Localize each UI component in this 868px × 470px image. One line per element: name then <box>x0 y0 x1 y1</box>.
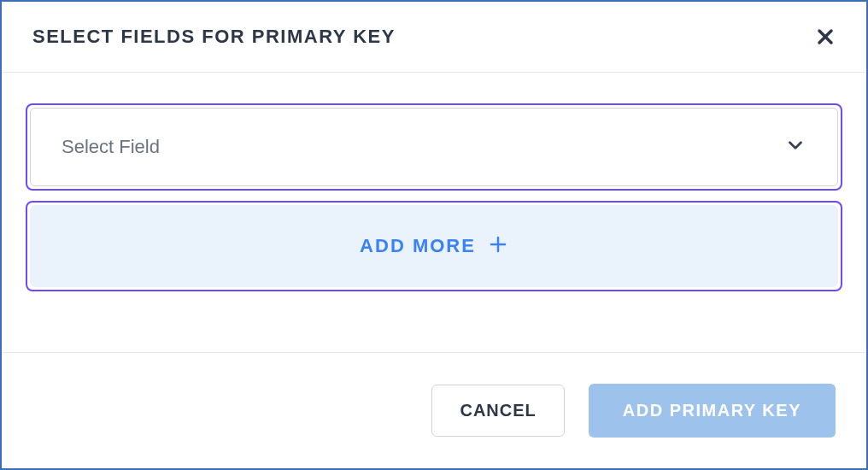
add-more-wrapper: ADD MORE <box>26 201 842 291</box>
chevron-down-icon <box>784 134 806 160</box>
select-field-wrapper: Select Field <box>26 103 842 191</box>
modal-title: SELECT FIELDS FOR PRIMARY KEY <box>32 26 396 48</box>
primary-key-modal: SELECT FIELDS FOR PRIMARY KEY Select Fie… <box>0 0 868 470</box>
plus-icon <box>488 234 508 258</box>
add-more-label: ADD MORE <box>360 235 476 257</box>
modal-body: Select Field ADD MORE <box>2 73 866 352</box>
modal-footer: CANCEL ADD PRIMARY KEY <box>2 352 866 468</box>
close-icon[interactable] <box>815 26 836 47</box>
add-more-button[interactable]: ADD MORE <box>30 205 838 287</box>
select-field-dropdown[interactable]: Select Field <box>30 108 838 186</box>
modal-header: SELECT FIELDS FOR PRIMARY KEY <box>2 2 866 73</box>
cancel-button[interactable]: CANCEL <box>431 385 564 437</box>
add-primary-key-button[interactable]: ADD PRIMARY KEY <box>589 384 836 438</box>
select-field-placeholder: Select Field <box>62 136 160 158</box>
